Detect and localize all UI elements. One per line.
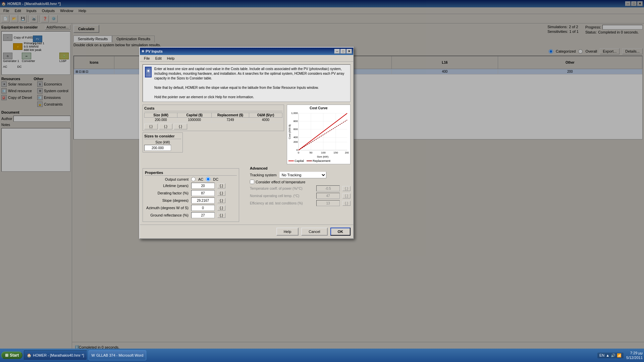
sound-icon: 🔊 — [611, 353, 615, 358]
ground-refl-sensitivity-btn[interactable]: {.} — [217, 213, 225, 218]
dialog-menu-file[interactable]: File — [141, 56, 153, 61]
ground-refl-input[interactable] — [191, 212, 215, 218]
svg-text:200: 200 — [293, 140, 298, 143]
cost-size-cell[interactable] — [145, 118, 177, 122]
cost-capital-cell[interactable] — [177, 118, 212, 122]
taskbar-item-word[interactable]: W GLLAB 374 - Microsoft Word — [89, 350, 147, 360]
dc-radio[interactable] — [206, 177, 210, 181]
pv-inputs-dialog: ☀ PV Inputs ─ □ ✕ File Edit Help ☀ Enter… — [139, 47, 354, 239]
add-btn-2[interactable]: {.} — [159, 124, 172, 129]
slope-sensitivity-btn[interactable]: {.} — [217, 198, 225, 203]
dialog-title-text: PV Inputs — [146, 49, 163, 53]
taskbar: ⊞ Start 🏠 HOMER - [Marathakis40.hmr *] W… — [0, 349, 644, 362]
nominal-temp-row: Nominal operating cell temp. (°C) {.} — [250, 193, 351, 199]
ok-button[interactable]: OK — [330, 228, 351, 236]
nominal-temp-input — [316, 193, 340, 199]
costs-col-capital: Capital ($) — [177, 113, 212, 118]
dialog-title-left: ☀ PV Inputs — [141, 49, 163, 54]
ground-refl-label: Ground reflectance (%) — [145, 213, 189, 217]
pv-solar-icon: ☀ — [145, 67, 152, 77]
ac-label: AC — [198, 177, 203, 181]
svg-text:200: 200 — [345, 151, 349, 154]
clock: 7:29 μμ 5/12/2011 — [626, 351, 643, 360]
dialog-menu-bar: File Edit Help — [140, 55, 353, 62]
costs-col-size: Size (kW) — [145, 113, 177, 118]
slope-input[interactable] — [191, 197, 215, 203]
svg-line-11 — [299, 120, 347, 150]
temp-coeff-row: Temperature coeff. of power (%/°C) {.} — [250, 185, 351, 191]
costs-label: Costs — [144, 106, 282, 111]
derating-input[interactable] — [191, 190, 215, 196]
capital-legend-label: Capital — [294, 159, 304, 163]
start-icon: ⊞ — [5, 353, 8, 358]
ac-radio[interactable] — [191, 177, 196, 181]
svg-text:Cost (000 $): Cost (000 $) — [288, 124, 291, 139]
lang-indicator: EN — [599, 353, 604, 357]
efficiency-sensitivity-btn: {.} — [342, 201, 351, 206]
cost-replacement-input[interactable] — [212, 118, 248, 122]
slope-label: Slope (degrees) — [145, 198, 189, 202]
efficiency-row: Efficiency at std. test conditions (%) {… — [250, 200, 351, 206]
temp-coeff-input — [316, 185, 340, 191]
info-text-2: Note that by default, HOMER sets the slo… — [154, 85, 348, 90]
dialog-maximize-button[interactable]: □ — [340, 49, 346, 54]
sizes-frame: Sizes to consider Size (kW) — [143, 132, 183, 153]
chart-legend: Capital Replacement — [288, 159, 349, 163]
svg-text:50: 50 — [310, 151, 313, 154]
costs-header-row: Size (kW) Capital ($) Replacement ($) O&… — [145, 113, 282, 118]
svg-text:150: 150 — [333, 151, 338, 154]
dialog-content: ☀ Enter at least one size and capital co… — [140, 62, 353, 225]
properties-label: Properties — [145, 171, 237, 176]
efficiency-input — [316, 200, 340, 206]
efficiency-label: Efficiency at std. test conditions (%) — [250, 201, 314, 205]
azimuth-input[interactable] — [191, 205, 215, 211]
dialog-close-button[interactable]: ✕ — [346, 49, 352, 54]
dialog-title-controls[interactable]: ─ □ ✕ — [334, 49, 352, 54]
dialog-menu-edit[interactable]: Edit — [153, 56, 164, 61]
consider-temp-checkbox[interactable] — [250, 180, 254, 184]
cancel-button[interactable]: Cancel — [301, 228, 327, 236]
start-label: Start — [10, 353, 19, 358]
cost-om-input[interactable] — [250, 118, 281, 122]
derating-sensitivity-btn[interactable]: {.} — [217, 191, 225, 196]
add-btn-3[interactable]: {.} — [174, 124, 187, 129]
capital-legend-line — [288, 161, 294, 161]
start-button[interactable]: ⊞ Start — [1, 352, 22, 359]
output-current-row: Output current AC DC — [145, 177, 237, 181]
tracking-select[interactable]: No Tracking 1-Axis Tracking 2-Axis Track… — [279, 172, 326, 178]
solar-symbol: ☀ — [146, 67, 151, 75]
info-box: ☀ Enter at least one size and capital co… — [143, 64, 351, 102]
dialog-minimize-button[interactable]: ─ — [334, 49, 340, 54]
dialog-title-bar: ☀ PV Inputs ─ □ ✕ — [140, 48, 353, 55]
output-current-label: Output current — [145, 177, 189, 181]
slope-row: Slope (degrees) {.} — [145, 197, 237, 203]
svg-text:800: 800 — [293, 120, 298, 123]
properties-section: Properties Output current AC DC Lifetime… — [143, 168, 239, 222]
word-label: GLLAB 374 - Microsoft Word — [96, 353, 143, 357]
dialog-menu-help[interactable]: Help — [164, 56, 177, 61]
svg-text:0: 0 — [298, 151, 300, 154]
azimuth-sensitivity-btn[interactable]: {.} — [217, 205, 225, 210]
lifetime-input[interactable] — [191, 183, 215, 189]
azimuth-label: Azimuth (degrees W of S) — [145, 206, 189, 210]
advanced-section: Advanced Tracking system No Tracking 1-A… — [250, 166, 351, 222]
lifetime-sensitivity-btn[interactable]: {.} — [217, 183, 225, 188]
taskbar-item-homer[interactable]: 🏠 HOMER - [Marathakis40.hmr *] — [24, 350, 87, 360]
cost-capital-input[interactable] — [178, 118, 211, 122]
sizes-label: Sizes to consider — [144, 134, 181, 139]
cost-replacement-cell[interactable] — [212, 118, 249, 122]
help-button[interactable]: Help — [276, 228, 299, 236]
replacement-legend-line — [307, 161, 312, 161]
cost-size-input[interactable] — [145, 118, 176, 122]
add-btn-1[interactable]: {.} — [144, 124, 158, 129]
cost-om-cell[interactable] — [249, 118, 282, 122]
derating-row: Derating factor (%) {.} — [145, 190, 237, 196]
pv-icon-title: ☀ — [141, 49, 145, 53]
capital-legend: Capital — [288, 159, 304, 163]
derating-label: Derating factor (%) — [145, 191, 189, 195]
costs-data-row — [145, 118, 282, 122]
system-tray[interactable]: EN ▲ 🔊 📶 — [597, 353, 624, 358]
tracking-row: Tracking system No Tracking 1-Axis Track… — [250, 172, 351, 178]
costs-col-om: O&M ($/yr) — [249, 113, 282, 118]
sizes-input[interactable] — [144, 145, 171, 151]
